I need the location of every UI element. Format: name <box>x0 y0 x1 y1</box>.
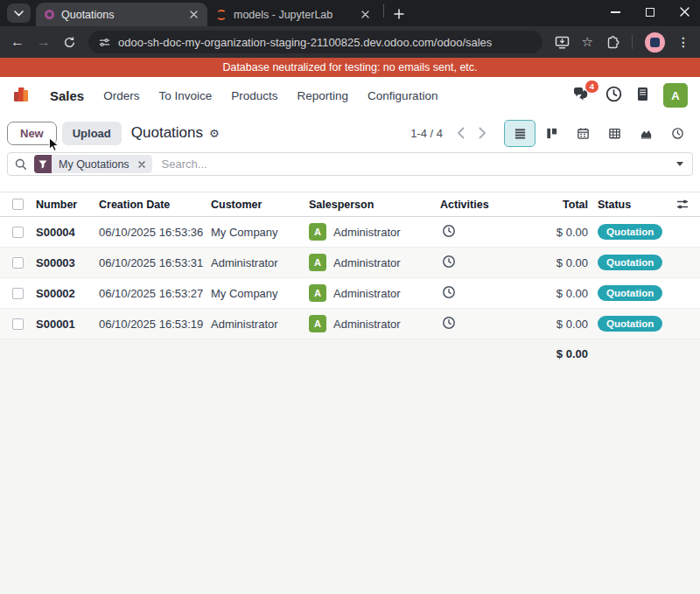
row-checkbox[interactable] <box>12 227 24 238</box>
header-status[interactable]: Status <box>591 199 665 211</box>
cell-salesperson: A Administrator <box>304 315 436 332</box>
pager-previous-button[interactable] <box>450 125 472 141</box>
kanban-view-button[interactable] <box>536 120 567 147</box>
table-row[interactable]: S00004 06/10/2025 16:53:36 My Company A … <box>0 217 700 248</box>
sales-app-icon <box>12 85 31 103</box>
forward-button[interactable]: → <box>37 35 51 49</box>
close-icon <box>680 7 690 17</box>
browser-tab-quotations[interactable]: Quotations <box>36 3 207 26</box>
install-app-button[interactable] <box>555 36 570 49</box>
chevron-left-icon <box>457 127 465 139</box>
back-button[interactable]: ← <box>10 35 24 49</box>
table-row[interactable]: S00001 06/10/2025 16:53:19 Administrator… <box>0 309 700 339</box>
salesperson-avatar: A <box>309 315 326 332</box>
pager-next-button[interactable] <box>472 125 494 141</box>
browser-profile-avatar[interactable] <box>645 32 665 52</box>
salesperson-avatar: A <box>309 254 326 271</box>
row-checkbox[interactable] <box>12 318 24 330</box>
gear-icon[interactable]: ⚙ <box>209 127 220 140</box>
user-avatar[interactable]: A <box>663 83 688 108</box>
maximize-button[interactable] <box>646 8 654 17</box>
control-panel: New Upload Quotations ⚙ 1-4 / 4 <box>0 114 700 152</box>
caret-down-icon <box>676 162 683 166</box>
puzzle-icon <box>606 35 620 49</box>
extensions-button[interactable] <box>606 35 620 49</box>
row-checkbox[interactable] <box>12 257 24 269</box>
calendar-view-icon <box>577 127 590 140</box>
tab-search-button[interactable] <box>7 3 31 23</box>
minimize-button[interactable] <box>611 11 620 13</box>
close-window-button[interactable] <box>680 4 690 20</box>
apps-menu-button[interactable] <box>12 85 31 107</box>
header-activities[interactable]: Activities <box>436 199 534 211</box>
search-bar[interactable]: My Quotations Search... <box>7 152 693 176</box>
reload-button[interactable] <box>63 36 76 49</box>
cell-creation-date: 06/10/2025 16:53:19 <box>94 318 206 331</box>
optional-columns-button[interactable] <box>665 199 700 210</box>
status-badge: Quotation <box>598 316 662 332</box>
device-button[interactable] <box>637 87 648 105</box>
odoo-favicon-icon <box>45 10 54 19</box>
select-all-checkbox[interactable] <box>12 199 24 210</box>
salesperson-name: Administrator <box>333 318 401 331</box>
menu-configuration[interactable]: Configuration <box>368 89 438 102</box>
clock-icon <box>442 316 456 330</box>
browser-tab-jupyterlab[interactable]: models - JupyterLab <box>207 3 379 26</box>
activity-clock-button[interactable] <box>436 255 534 271</box>
view-switcher <box>504 120 693 147</box>
mouse-cursor-icon <box>48 137 61 152</box>
app-name-button[interactable]: Sales <box>50 88 84 103</box>
activity-clock-button[interactable] <box>436 316 534 332</box>
activity-clock-button[interactable] <box>436 285 534 302</box>
header-number[interactable]: Number <box>32 199 94 211</box>
header-salesperson[interactable]: Salesperson <box>304 199 436 211</box>
header-total[interactable]: Total <box>534 199 591 211</box>
row-checkbox[interactable] <box>12 288 24 299</box>
browser-menu-button[interactable]: ⋮ <box>677 35 690 49</box>
cell-number: S00004 <box>32 226 94 239</box>
activities-menu-button[interactable] <box>606 86 622 106</box>
plus-icon <box>394 9 404 19</box>
bookmark-star-button[interactable]: ☆ <box>582 34 593 50</box>
menu-orders[interactable]: Orders <box>103 89 139 102</box>
new-tab-button[interactable] <box>388 3 410 24</box>
header-creation-date[interactable]: Creation Date <box>94 199 206 211</box>
new-button-label: New <box>20 127 44 140</box>
device-icon <box>637 87 648 101</box>
search-dropdown-button[interactable] <box>668 153 692 175</box>
cell-number: S00003 <box>32 256 94 269</box>
cell-customer: My Company <box>206 226 304 239</box>
url-bar[interactable]: odoo-sh-doc-my-organization-staging-2110… <box>88 31 542 53</box>
cell-salesperson: A Administrator <box>304 254 436 271</box>
pivot-view-button[interactable] <box>598 120 630 147</box>
cell-customer: My Company <box>206 287 304 300</box>
new-button[interactable]: New <box>7 122 57 145</box>
page-title: Quotations ⚙ <box>131 124 220 142</box>
header-customer[interactable]: Customer <box>206 199 304 211</box>
banner-text: Database neutralized for testing: no ema… <box>222 61 477 73</box>
messages-button[interactable]: 4 <box>572 87 591 105</box>
graph-view-button[interactable] <box>630 120 662 147</box>
table-row[interactable]: S00002 06/10/2025 16:53:27 My Company A … <box>0 278 700 309</box>
calendar-view-button[interactable] <box>567 120 598 147</box>
facet-remove-button[interactable] <box>136 161 152 168</box>
menu-reporting[interactable]: Reporting <box>298 89 349 102</box>
filter-funnel-icon <box>34 155 52 173</box>
table-row[interactable]: S00003 06/10/2025 16:53:31 Administrator… <box>0 248 700 278</box>
close-icon <box>361 10 369 18</box>
pager-range: 1-4 / 4 <box>410 127 443 140</box>
menu-to-invoice[interactable]: To Invoice <box>158 89 212 102</box>
tab-title: models - JupyterLab <box>234 9 351 21</box>
tab-close-icon[interactable] <box>186 8 200 22</box>
browser-toolbar: ← → odoo-sh-doc-my-organization-staging-… <box>0 26 700 58</box>
empty-page-background <box>0 368 700 594</box>
search-facet-my-quotations[interactable]: My Quotations <box>34 155 152 173</box>
list-view-button[interactable] <box>504 120 536 147</box>
close-icon <box>190 10 198 18</box>
upload-button[interactable]: Upload <box>62 122 122 145</box>
activity-view-button[interactable] <box>662 120 693 147</box>
activity-clock-button[interactable] <box>436 224 534 241</box>
pager-and-views: 1-4 / 4 <box>410 120 693 147</box>
tab-close-icon[interactable] <box>358 8 372 22</box>
menu-products[interactable]: Products <box>231 89 277 102</box>
